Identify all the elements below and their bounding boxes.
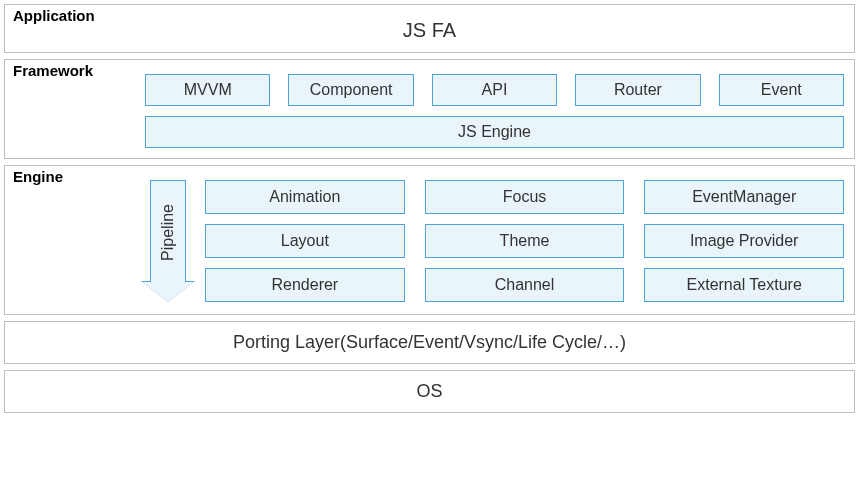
pipeline-label: Pipeline	[159, 204, 177, 261]
engine-box-animation: Animation	[205, 180, 405, 214]
framework-box-jsengine: JS Engine	[145, 116, 844, 148]
arrow-down-icon	[142, 282, 194, 302]
framework-box-component: Component	[288, 74, 413, 106]
application-title: JS FA	[15, 11, 844, 46]
engine-box-layout: Layout	[205, 224, 405, 258]
engine-box-imageprovider: Image Provider	[644, 224, 844, 258]
framework-box-api: API	[432, 74, 557, 106]
engine-box-theme: Theme	[425, 224, 625, 258]
framework-box-event: Event	[719, 74, 844, 106]
engine-label: Engine	[13, 168, 63, 185]
engine-grid: Animation Focus EventManager Layout Them…	[205, 180, 844, 302]
engine-box-externaltexture: External Texture	[644, 268, 844, 302]
application-label: Application	[13, 7, 95, 24]
framework-row-1: MVVM Component API Router Event	[145, 74, 844, 106]
framework-layer: Framework MVVM Component API Router Even…	[4, 59, 855, 159]
framework-label: Framework	[13, 62, 93, 79]
engine-box-eventmanager: EventManager	[644, 180, 844, 214]
engine-box-channel: Channel	[425, 268, 625, 302]
framework-box-router: Router	[575, 74, 700, 106]
framework-box-mvvm: MVVM	[145, 74, 270, 106]
application-layer: Application JS FA	[4, 4, 855, 53]
framework-row-2: JS Engine	[145, 116, 844, 148]
os-layer: OS	[4, 370, 855, 413]
pipeline-arrow: Pipeline	[145, 180, 191, 302]
engine-box-renderer: Renderer	[205, 268, 405, 302]
engine-layer: Engine Pipeline Animation Focus EventMan…	[4, 165, 855, 315]
engine-box-focus: Focus	[425, 180, 625, 214]
porting-layer: Porting Layer(Surface/Event/Vsync/Life C…	[4, 321, 855, 364]
